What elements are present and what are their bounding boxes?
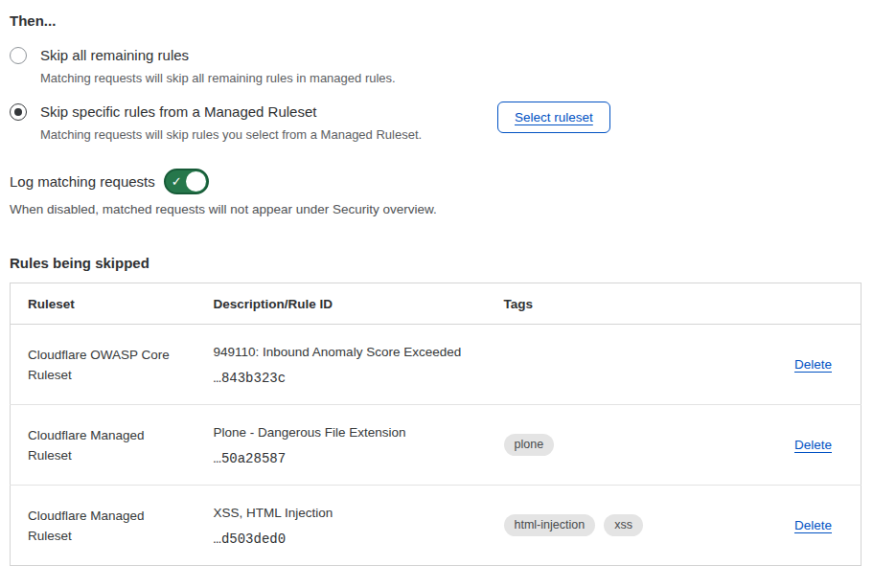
check-icon: ✓	[172, 175, 182, 188]
option-skip-all-rules: Skip all remaining rules Matching reques…	[10, 45, 862, 87]
rule-id: …50a28587	[214, 451, 487, 466]
tags-cell: html-injectionxss	[504, 514, 717, 536]
option-description: Matching requests will skip rules you se…	[40, 125, 422, 144]
option-text: Skip all remaining rules Matching reques…	[40, 45, 396, 87]
tag-badge: html-injection	[504, 514, 596, 536]
table-header: Ruleset Description/Rule ID Tags	[11, 283, 862, 325]
option-text: Skip specific rules from a Managed Rules…	[40, 102, 422, 144]
toggle-knob	[186, 171, 206, 192]
radio-skip-specific-rules[interactable]	[10, 103, 27, 121]
option-skip-specific-rules: Skip specific rules from a Managed Rules…	[10, 102, 862, 144]
ruleset-name: Cloudflare Managed Ruleset	[28, 425, 181, 465]
select-ruleset-button-label: Select ruleset	[515, 110, 593, 124]
rules-skipped-heading: Rules being skipped	[10, 255, 862, 271]
log-requests-description: When disabled, matched requests will not…	[10, 202, 862, 216]
select-ruleset-button[interactable]: Select ruleset	[497, 102, 610, 133]
delete-link[interactable]: Delete	[794, 438, 832, 452]
tag-badge: xss	[604, 514, 643, 536]
ruleset-name: Cloudflare OWASP Core Ruleset	[28, 345, 181, 385]
action-radio-group: Skip all remaining rules Matching reques…	[10, 45, 862, 144]
table-row: Cloudflare Managed Ruleset XSS, HTML Inj…	[11, 486, 862, 566]
column-header-tags: Tags	[487, 283, 717, 325]
rule-description: 949110: Inbound Anomaly Score Exceeded	[214, 344, 487, 360]
delete-link[interactable]: Delete	[794, 518, 832, 532]
rules-table-body: Cloudflare OWASP Core Ruleset 949110: In…	[11, 325, 862, 566]
rule-description: XSS, HTML Injection	[214, 505, 487, 521]
column-header-actions	[717, 283, 862, 325]
column-header-ruleset: Ruleset	[11, 283, 196, 325]
table-row: Cloudflare Managed Ruleset Plone - Dange…	[11, 405, 862, 486]
tags-cell: plone	[504, 434, 717, 456]
rule-description: Plone - Dangerous File Extension	[214, 424, 487, 441]
rules-skipped-table: Ruleset Description/Rule ID Tags Cloudfl…	[10, 283, 862, 566]
table-row: Cloudflare OWASP Core Ruleset 949110: In…	[11, 325, 862, 405]
log-matching-requests-label: Log matching requests	[10, 173, 155, 190]
option-description: Matching requests will skip all remainin…	[40, 69, 396, 87]
rule-id: …d503ded0	[214, 531, 487, 547]
column-header-description: Description/Rule ID	[196, 283, 487, 325]
delete-link[interactable]: Delete	[794, 357, 832, 372]
rule-id: …843b323c	[214, 371, 487, 386]
option-label[interactable]: Skip all remaining rules	[40, 45, 396, 66]
radio-skip-all-rules[interactable]	[10, 47, 27, 64]
log-requests-toggle[interactable]: ✓	[164, 169, 209, 194]
log-matching-requests-row: Log matching requests ✓	[10, 169, 862, 194]
rule-config-panel: Then... Skip all remaining rules Matchin…	[0, 0, 873, 566]
tag-badge: plone	[504, 434, 555, 456]
option-label[interactable]: Skip specific rules from a Managed Rules…	[40, 102, 422, 123]
then-heading: Then...	[10, 12, 862, 29]
ruleset-name: Cloudflare Managed Ruleset	[28, 506, 181, 546]
